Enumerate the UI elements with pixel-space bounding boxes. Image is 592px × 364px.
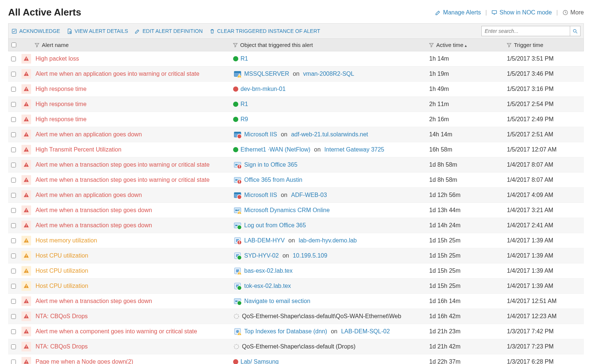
search-input[interactable] [481, 26, 570, 36]
application-down-icon [233, 130, 242, 139]
row-checkbox[interactable] [11, 284, 16, 289]
row-checkbox[interactable] [11, 57, 16, 61]
manage-alerts-label: Manage Alerts [443, 9, 481, 16]
object-link[interactable]: tok-esx-02.lab.tex [244, 283, 291, 289]
table-row: Host CPU utilization SYD-HYV-02on10.199.… [8, 248, 584, 263]
row-checkbox[interactable] [11, 178, 16, 183]
row-checkbox[interactable] [11, 87, 16, 92]
object-link[interactable]: R1 [240, 55, 248, 62]
object-link[interactable]: R9 [240, 116, 248, 123]
status-down-icon [233, 359, 238, 364]
view-details-button[interactable]: VIEW ALERT DETAILS [67, 28, 128, 34]
object-link[interactable]: Ethernet1 ·WAN (NetFlow) [240, 146, 310, 153]
object-link[interactable]: LAB-DEM-SQL-02 [341, 328, 390, 335]
alert-name-link[interactable]: Alert me when an application goes down [36, 192, 142, 198]
trigger-time-value: 1/5/2017 2:54 PM [507, 101, 554, 108]
row-checkbox[interactable] [11, 147, 16, 152]
alert-name-link[interactable]: Alert me when a transaction step goes in… [36, 161, 209, 168]
svg-rect-25 [239, 165, 240, 167]
severity-badge [21, 266, 31, 276]
svg-rect-32 [239, 213, 240, 214]
edit-definition-button[interactable]: EDIT ALERT DEFINITION [135, 28, 203, 34]
object-link[interactable]: Microsoft IIS [244, 131, 277, 138]
alert-name-link[interactable]: Page me when a Node goes down(2) [36, 358, 133, 364]
column-active-time[interactable]: Active time [429, 42, 507, 48]
search-button[interactable] [570, 26, 581, 36]
row-checkbox[interactable] [11, 299, 16, 304]
row-checkbox[interactable] [11, 223, 16, 228]
alert-name-link[interactable]: NTA: CBQoS Drops [36, 313, 88, 320]
row-checkbox[interactable] [11, 193, 16, 198]
row-checkbox[interactable] [11, 314, 16, 319]
alert-name-link[interactable]: Host memory utilization [36, 237, 97, 244]
alert-name-link[interactable]: Alert me when a component goes into warn… [36, 328, 197, 335]
object-link[interactable]: Navigate to email section [244, 298, 310, 305]
object-link[interactable]: LAB-DEM-HYV [244, 237, 285, 244]
column-trigger-time[interactable]: Trigger time [507, 42, 581, 48]
acknowledge-button[interactable]: ACKNOWLEDGE [11, 28, 60, 34]
object-link[interactable]: bas-esx-02.lab.tex [244, 268, 293, 274]
column-object[interactable]: Object that triggered this alert [233, 42, 429, 48]
divider: | [484, 9, 488, 16]
alert-name-link[interactable]: Host CPU utilization [36, 268, 88, 274]
row-checkbox[interactable] [11, 208, 16, 213]
alert-name-link[interactable]: Host CPU utilization [36, 252, 88, 259]
alert-name-link[interactable]: Alert me when a transaction step goes do… [36, 298, 152, 305]
object-link[interactable]: vman-2008R2-SQL [303, 71, 354, 77]
object-link[interactable]: Internet Gateway 3725 [324, 146, 384, 153]
object-link[interactable]: Microsoft IIS [244, 192, 277, 198]
alert-name-link[interactable]: Alert me when a transaction step goes do… [36, 222, 152, 229]
more-menu[interactable]: More [562, 9, 584, 16]
object-cell: Log out from Office 365 [233, 221, 306, 230]
object-link[interactable]: SYD-HYV-02 [244, 252, 279, 259]
svg-rect-36 [239, 244, 240, 244]
row-checkbox[interactable] [11, 238, 16, 243]
select-all-checkbox[interactable] [11, 42, 16, 47]
column-alert-name[interactable]: Alert name [34, 42, 233, 48]
alert-name-link[interactable]: Alert me when a transaction step goes in… [36, 177, 209, 183]
object-link[interactable]: Log out from Office 365 [244, 222, 306, 229]
alert-name-link[interactable]: Alert me when an application goes down [36, 131, 142, 138]
object-link[interactable]: Office 365 from Austin [244, 177, 302, 183]
object-link[interactable]: R1 [240, 101, 248, 108]
object-link[interactable]: MSSQLSERVER [244, 71, 289, 77]
object-link[interactable]: Top Indexes for Database (dnn) [244, 328, 327, 335]
severity-badge [21, 145, 31, 154]
object-link[interactable]: adf-web-21.tul.solarwinds.net [291, 131, 368, 138]
row-checkbox[interactable] [11, 102, 16, 107]
row-checkbox[interactable] [11, 72, 16, 76]
row-checkbox[interactable] [11, 132, 16, 137]
alert-name-link[interactable]: High packet loss [36, 55, 79, 62]
svg-rect-38 [239, 272, 240, 273]
show-noc-link[interactable]: Show in NOC mode [491, 9, 552, 16]
alert-name-link[interactable]: Host CPU utilization [36, 283, 88, 289]
clear-triggered-button[interactable]: CLEAR TRIGGERED INSTANCE OF ALERT [209, 28, 320, 34]
object-link[interactable]: dev-brn-mkun-01 [240, 86, 286, 92]
object-link[interactable]: Lab/ Samsung [240, 358, 279, 364]
alert-name-link[interactable]: High response time [36, 86, 87, 92]
active-time-value: 1h 49m [429, 86, 449, 92]
object-link[interactable]: Microsoft Dynamics CRM Online [244, 207, 330, 214]
row-checkbox[interactable] [11, 254, 16, 258]
warning-triangle-icon [23, 192, 29, 198]
alert-name-link[interactable]: High response time [36, 101, 87, 108]
row-checkbox[interactable] [11, 269, 16, 273]
object-link[interactable]: lab-dem-hyv.demo.lab [299, 237, 357, 244]
row-checkbox[interactable] [11, 360, 16, 364]
host-critical-icon [233, 236, 242, 245]
manage-alerts-link[interactable]: Manage Alerts [435, 9, 481, 16]
alert-name-link[interactable]: Alert me when an application goes into w… [36, 71, 199, 77]
alert-name-link[interactable]: High response time [36, 116, 87, 123]
row-checkbox[interactable] [11, 117, 16, 122]
alert-name-link[interactable]: High Transmit Percent Utilization [36, 146, 121, 153]
object-link[interactable]: 10.199.5.109 [293, 252, 327, 259]
funnel-icon [34, 42, 40, 48]
alert-name-link[interactable]: NTA: CBQoS Drops [36, 343, 88, 350]
row-checkbox[interactable] [11, 163, 16, 167]
object-link[interactable]: ADF-WEB-03 [291, 192, 327, 198]
row-checkbox[interactable] [11, 344, 16, 349]
svg-point-40 [237, 286, 242, 290]
object-link[interactable]: Sign in to Office 365 [244, 161, 297, 168]
row-checkbox[interactable] [11, 329, 16, 334]
alert-name-link[interactable]: Alert me when a transaction step goes do… [36, 207, 152, 214]
